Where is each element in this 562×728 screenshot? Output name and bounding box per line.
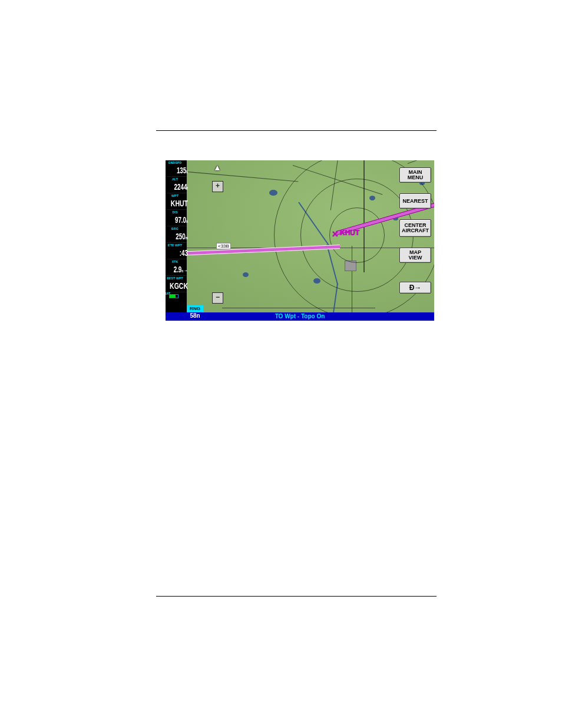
direct-to-icon: Ð→ xyxy=(409,285,422,291)
softkey-nearest[interactable]: NEAREST xyxy=(399,193,431,209)
range-value: 58n xyxy=(187,312,203,319)
field-label: XTK xyxy=(166,260,186,263)
field-value: KHUT xyxy=(167,198,188,208)
north-arrow-icon: ▲ xyxy=(213,163,222,172)
plus-icon: + xyxy=(216,182,220,190)
softkey-center-aircraft[interactable]: CENTER AIRCRAFT xyxy=(399,219,431,237)
content-divider-top xyxy=(156,130,437,131)
field-label: ALT xyxy=(166,177,186,181)
softkey-label: MAIN MENU xyxy=(408,170,424,180)
field-label: WPT xyxy=(166,194,186,197)
field-value: 2.9n→ xyxy=(167,265,188,274)
zoom-in-button[interactable]: + xyxy=(212,181,223,192)
softkey-main-menu[interactable]: MAIN MENU xyxy=(399,167,431,183)
field-label: DIS xyxy=(166,210,186,214)
range-readout: RNG 58n xyxy=(187,305,203,321)
softkey-map-view[interactable]: MAP VIEW xyxy=(399,248,431,263)
field-xtk: XTK 2.9n→ xyxy=(166,259,187,276)
field-brg: BRG 250m xyxy=(166,226,187,243)
field-label: BRG xyxy=(166,227,186,230)
field-label: ETE WPT xyxy=(166,243,186,247)
battery-gauge-icon xyxy=(169,294,178,298)
content-divider-bottom xyxy=(156,596,437,597)
field-best-wpt: BEST WPT KGCK xyxy=(166,276,187,292)
moving-map-canvas: <33B ✕ KHUT ▲ + − MAIN MENU NEAREST CENT… xyxy=(187,160,434,312)
field-alt: ALT 2244f xyxy=(166,177,187,193)
lake-icon xyxy=(243,272,249,277)
softkey-label: MAP VIEW xyxy=(408,250,422,261)
field-label: GNDSPD xyxy=(166,161,186,164)
field-value: 135k xyxy=(167,166,188,175)
field-value: 250m xyxy=(167,232,188,241)
waypoint-label: KHUT xyxy=(340,229,359,237)
minus-icon: − xyxy=(216,293,220,301)
softkey-direct-to[interactable]: Ð→ xyxy=(399,282,431,294)
softkey-label: CENTER AIRCRAFT xyxy=(402,223,429,233)
zoom-out-button[interactable]: − xyxy=(212,292,223,304)
data-strip: GNDSPD 135k ALT 2244f WPT KHUT DIS 97.0n… xyxy=(166,160,187,312)
field-value: KGCK xyxy=(167,281,188,291)
field-ete-wpt: ETE WPT :43 xyxy=(166,243,187,259)
field-dis: DIS 97.0n xyxy=(166,210,187,226)
field-wpt: WPT KHUT xyxy=(166,193,187,210)
waypoint-marker-icon: ✕ xyxy=(332,229,339,239)
field-label: BEST WPT xyxy=(166,276,186,280)
lake-icon xyxy=(269,190,277,196)
softkey-label: NEAREST xyxy=(402,199,428,204)
range-label: RNG xyxy=(187,305,203,312)
field-battery: BAT xyxy=(166,292,187,298)
road-label-box: <33B xyxy=(216,243,231,249)
field-value: 97.0n xyxy=(167,215,188,225)
status-message: TO Wpt - Topo On xyxy=(275,312,325,321)
field-value: 2244f xyxy=(167,182,188,192)
field-value: :43 xyxy=(167,248,188,258)
status-bar: RNG 58n TO Wpt - Topo On xyxy=(166,312,434,321)
gps-map-screenshot: <33B ✕ KHUT ▲ + − MAIN MENU NEAREST CENT… xyxy=(166,160,434,321)
field-gndspd: GNDSPD 135k xyxy=(166,160,187,177)
xtk-arrow-icon: → xyxy=(183,267,188,274)
